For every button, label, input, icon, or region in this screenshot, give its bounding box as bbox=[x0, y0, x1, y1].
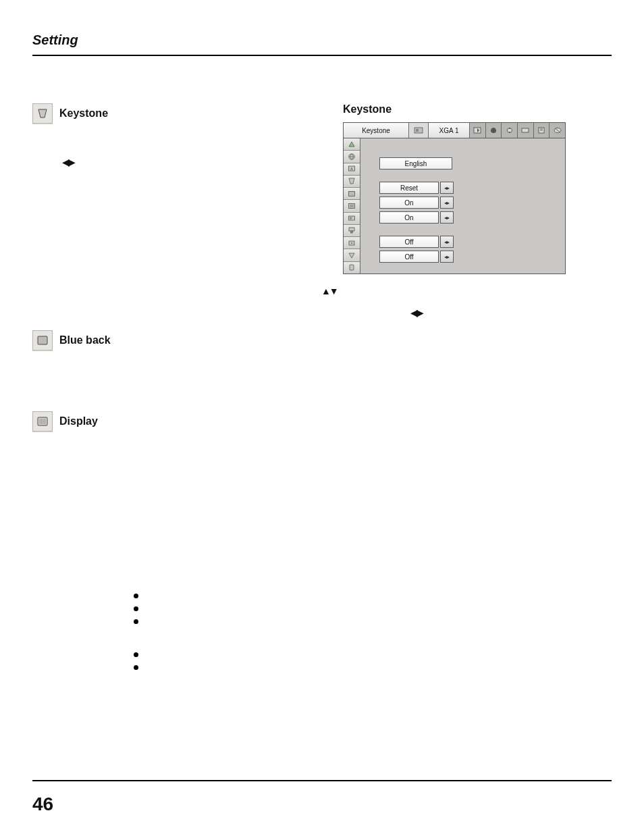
osd-adjust-arrows-icon[interactable]: ◂▸ bbox=[440, 236, 454, 248]
display-label: Display bbox=[59, 415, 98, 427]
bullet-icon bbox=[134, 652, 138, 657]
blueback-heading: Blue back bbox=[32, 330, 329, 350]
osd-row-display: On ◂▸ bbox=[379, 211, 560, 224]
keystone-icon[interactable] bbox=[344, 176, 360, 188]
osd-top-mode: XGA 1 bbox=[429, 123, 470, 138]
osd-top-system-icon[interactable] bbox=[409, 123, 429, 138]
svg-marker-22 bbox=[349, 178, 354, 184]
osd-adjust-arrows-icon[interactable]: ◂▸ bbox=[440, 251, 454, 263]
svg-rect-31 bbox=[351, 231, 353, 233]
bullet-icon bbox=[134, 606, 138, 611]
auto-setup-icon[interactable]: A bbox=[344, 163, 360, 176]
scroll-up-icon[interactable] bbox=[344, 138, 360, 151]
osd-row-ceiling: Off ◂▸ bbox=[379, 251, 560, 263]
svg-marker-34 bbox=[349, 253, 354, 258]
osd-adjust-arrows-icon[interactable]: ◂▸ bbox=[440, 211, 454, 224]
osd-adjust-arrows-icon[interactable]: ◂▸ bbox=[440, 182, 454, 194]
osd-topbar: Keystone XGA 1 bbox=[343, 122, 566, 138]
footer-rule bbox=[32, 780, 612, 781]
image-select-icon[interactable] bbox=[485, 123, 502, 138]
keystone-label: Keystone bbox=[59, 107, 108, 120]
bullet-icon bbox=[134, 619, 138, 624]
osd-sidebar: A bbox=[344, 138, 360, 273]
osd-blueback-value[interactable]: On bbox=[379, 197, 439, 209]
osd-row-language: English bbox=[379, 157, 560, 170]
display-icon bbox=[32, 411, 53, 432]
osd-top-name: Keystone bbox=[344, 123, 409, 138]
screen-icon[interactable] bbox=[517, 123, 533, 138]
setting-icon[interactable] bbox=[533, 123, 549, 138]
point-left-right-icon: ◀▶ bbox=[62, 157, 74, 167]
scroll-down-icon[interactable] bbox=[344, 249, 360, 261]
osd-top-icons bbox=[470, 123, 565, 138]
rear-icon[interactable] bbox=[344, 237, 360, 249]
blueback-icon[interactable] bbox=[344, 188, 360, 200]
osd-title: Keystone bbox=[343, 103, 612, 115]
osd-language-value[interactable]: English bbox=[379, 157, 452, 170]
keystone-heading: Keystone bbox=[32, 103, 329, 124]
osd-adjust-arrows-icon[interactable]: ◂▸ bbox=[440, 197, 454, 209]
svg-rect-23 bbox=[349, 191, 355, 196]
display-heading: Display bbox=[32, 411, 329, 432]
osd-keystone-value[interactable]: Reset bbox=[379, 182, 439, 194]
quit-icon[interactable] bbox=[344, 262, 360, 273]
page-number: 46 bbox=[32, 793, 53, 815]
blueback-label: Blue back bbox=[59, 334, 111, 346]
osd-ceiling-value[interactable]: Off bbox=[379, 251, 439, 263]
osd-menu: Keystone XGA 1 bbox=[343, 122, 566, 274]
keystone-icon bbox=[32, 103, 53, 124]
osd-logo-value[interactable]: Off bbox=[379, 236, 439, 248]
osd-row-blueback: On ◂▸ bbox=[379, 197, 560, 209]
image-adjust-icon[interactable] bbox=[501, 123, 517, 138]
osd-row-keystone: Reset ◂▸ bbox=[379, 182, 560, 194]
svg-marker-0 bbox=[38, 109, 47, 118]
svg-marker-17 bbox=[349, 142, 354, 147]
svg-rect-35 bbox=[350, 265, 354, 270]
svg-rect-2 bbox=[38, 417, 47, 425]
right-column: Keystone Keystone XGA 1 bbox=[343, 103, 612, 678]
page-section-title: Setting bbox=[32, 32, 612, 48]
svg-rect-30 bbox=[349, 228, 354, 231]
ceiling-icon[interactable] bbox=[344, 225, 360, 237]
blueback-icon bbox=[32, 330, 53, 350]
bullet-icon bbox=[134, 665, 138, 670]
svg-rect-8 bbox=[416, 129, 419, 132]
svg-rect-11 bbox=[522, 128, 529, 132]
language-icon[interactable] bbox=[344, 151, 360, 163]
osd-display-value[interactable]: On bbox=[379, 211, 439, 224]
bullet-list bbox=[134, 594, 329, 670]
point-left-right-icon: ◀▶ bbox=[410, 308, 423, 317]
display-icon[interactable] bbox=[344, 200, 360, 212]
wireless-icon[interactable] bbox=[549, 123, 565, 138]
bullet-icon bbox=[134, 594, 138, 598]
logo-icon[interactable] bbox=[344, 213, 360, 225]
svg-rect-29 bbox=[350, 217, 352, 219]
header-rule bbox=[32, 55, 612, 56]
osd-body: A bbox=[343, 138, 566, 274]
osd-rows: English Reset ◂▸ On ◂▸ On bbox=[360, 138, 565, 273]
point-up-down-icon: ▲▼ bbox=[321, 286, 338, 296]
left-column: Keystone ◀▶ Blue back bbox=[32, 103, 329, 678]
osd-row-logo: Off ◂▸ bbox=[379, 236, 560, 248]
svg-rect-1 bbox=[38, 336, 47, 344]
pc-adjust-icon[interactable] bbox=[470, 123, 485, 138]
